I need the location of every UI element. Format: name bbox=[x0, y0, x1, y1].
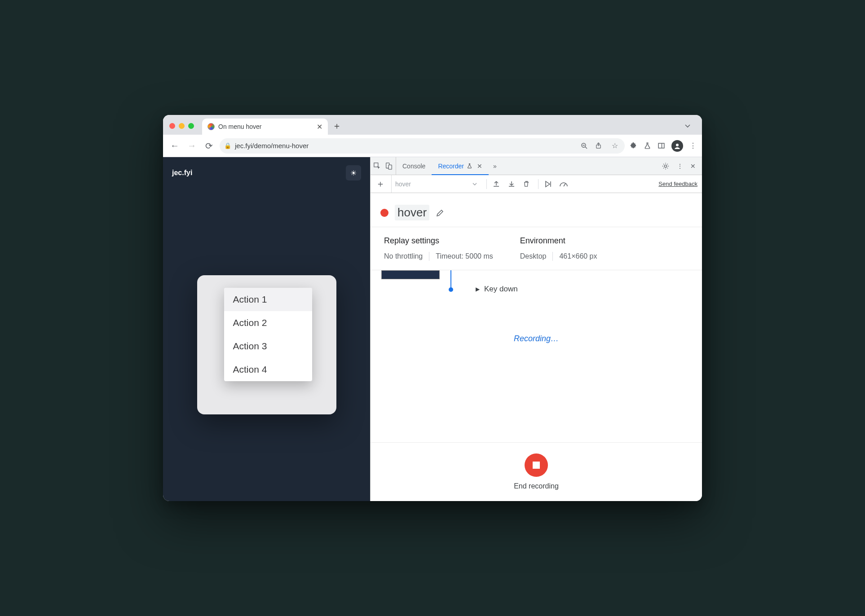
close-window-icon[interactable] bbox=[169, 123, 175, 129]
recording-title-row: hover bbox=[371, 193, 702, 227]
environment-heading: Environment bbox=[520, 236, 597, 246]
menu-item-2[interactable]: Action 2 bbox=[224, 311, 312, 334]
step-row[interactable]: ▶ Key down bbox=[476, 285, 691, 294]
import-icon[interactable] bbox=[508, 180, 517, 188]
reload-button[interactable]: ⟳ bbox=[203, 141, 215, 151]
tab-close-icon[interactable]: ✕ bbox=[317, 123, 322, 131]
svg-point-6 bbox=[676, 144, 679, 146]
performance-icon[interactable] bbox=[559, 180, 569, 188]
recorder-toolbar: ＋ hover bbox=[371, 175, 702, 193]
browser-window: On menu hover ✕ ＋ ← → ⟳ 🔒 jec.fyi/demo/m… bbox=[163, 115, 702, 501]
env-device: Desktop bbox=[520, 252, 547, 260]
new-recording-button[interactable]: ＋ bbox=[375, 178, 386, 190]
webpage-viewport: jec.fyi ☀ Hover over me! Action 1 Action… bbox=[163, 157, 370, 501]
share-icon[interactable] bbox=[595, 142, 606, 149]
devtools-tabbar: Console Recorder ✕ » ⋮ ✕ bbox=[371, 157, 702, 175]
delete-icon[interactable] bbox=[523, 180, 533, 188]
menu-item-1[interactable]: Action 1 bbox=[224, 288, 312, 311]
labs-flask-icon[interactable] bbox=[644, 142, 651, 150]
chrome-menu-icon[interactable]: ⋮ bbox=[689, 141, 697, 150]
export-icon[interactable] bbox=[492, 180, 502, 188]
tab-favicon-icon bbox=[207, 123, 215, 130]
step-label: Key down bbox=[484, 285, 518, 294]
inspect-element-icon[interactable] bbox=[373, 162, 381, 170]
steps-list: ▶ Key down Recording… bbox=[371, 270, 702, 442]
devtools-panel: Console Recorder ✕ » ⋮ ✕ bbox=[370, 157, 702, 501]
menu-item-3[interactable]: Action 3 bbox=[224, 334, 312, 358]
timeout-value[interactable]: Timeout: 5000 ms bbox=[436, 252, 493, 260]
tabs-dropdown-icon[interactable] bbox=[684, 122, 691, 129]
flow-select[interactable]: hover bbox=[391, 175, 481, 193]
tab-recorder[interactable]: Recorder ✕ bbox=[432, 157, 489, 175]
step-thumbnail bbox=[381, 270, 440, 279]
hover-menu: Action 1 Action 2 Action 3 Action 4 bbox=[224, 288, 312, 381]
theme-toggle-button[interactable]: ☀ bbox=[346, 165, 361, 180]
devtools-menu-icon[interactable]: ⋮ bbox=[677, 163, 683, 170]
send-feedback-link[interactable]: Send feedback bbox=[658, 180, 697, 187]
end-recording-label: End recording bbox=[514, 482, 559, 490]
close-tab-icon[interactable]: ✕ bbox=[477, 163, 482, 170]
hover-card[interactable]: Hover over me! Action 1 Action 2 Action … bbox=[197, 275, 336, 414]
chevron-down-icon bbox=[472, 181, 477, 187]
svg-line-1 bbox=[585, 147, 587, 149]
settings-gear-icon[interactable] bbox=[662, 162, 670, 170]
edit-name-icon[interactable] bbox=[436, 208, 445, 217]
extensions-puzzle-icon[interactable] bbox=[629, 142, 637, 150]
menu-item-4[interactable]: Action 4 bbox=[224, 358, 312, 381]
side-panel-icon[interactable] bbox=[658, 142, 665, 150]
flask-icon bbox=[467, 163, 472, 169]
recording-status: Recording… bbox=[381, 334, 691, 343]
new-tab-button[interactable]: ＋ bbox=[332, 120, 341, 132]
tab-title: On menu hover bbox=[218, 123, 313, 130]
svg-rect-9 bbox=[388, 165, 392, 169]
step-connector bbox=[450, 270, 451, 290]
device-toggle-icon[interactable] bbox=[385, 162, 393, 170]
minimize-window-icon[interactable] bbox=[179, 123, 185, 129]
site-title: jec.fyi bbox=[172, 169, 192, 177]
svg-rect-4 bbox=[658, 143, 664, 148]
extension-icons: ⋮ bbox=[629, 140, 697, 152]
close-devtools-icon[interactable]: ✕ bbox=[690, 163, 696, 170]
tab-console[interactable]: Console bbox=[396, 157, 432, 175]
replay-icon[interactable] bbox=[544, 180, 554, 188]
tab-strip: On menu hover ✕ ＋ bbox=[163, 115, 702, 135]
end-recording-button[interactable] bbox=[525, 453, 548, 477]
more-tabs-icon[interactable]: » bbox=[489, 157, 501, 175]
lock-icon: 🔒 bbox=[224, 142, 231, 149]
back-button[interactable]: ← bbox=[168, 141, 181, 151]
content-area: jec.fyi ☀ Hover over me! Action 1 Action… bbox=[163, 157, 702, 501]
bookmark-icon[interactable]: ☆ bbox=[609, 141, 620, 150]
url-text: jec.fyi/demo/menu-hover bbox=[235, 142, 577, 150]
recorder-footer: End recording bbox=[371, 442, 702, 501]
stop-icon bbox=[533, 462, 540, 469]
svg-point-10 bbox=[664, 165, 666, 167]
replay-settings-heading: Replay settings bbox=[384, 236, 493, 246]
forward-button[interactable]: → bbox=[185, 141, 198, 151]
address-bar[interactable]: 🔒 jec.fyi/demo/menu-hover ☆ bbox=[220, 138, 625, 154]
browser-tab[interactable]: On menu hover ✕ bbox=[202, 119, 328, 135]
sun-icon: ☀ bbox=[350, 169, 357, 177]
record-indicator-icon bbox=[380, 209, 388, 217]
svg-line-12 bbox=[564, 184, 565, 186]
zoom-out-icon[interactable] bbox=[581, 142, 591, 150]
throttling-value[interactable]: No throttling bbox=[384, 252, 423, 260]
toolbar: ← → ⟳ 🔒 jec.fyi/demo/menu-hover ☆ bbox=[163, 135, 702, 157]
env-dimensions: 461×660 px bbox=[559, 252, 597, 260]
recording-name[interactable]: hover bbox=[395, 205, 429, 220]
window-controls bbox=[169, 123, 194, 129]
profile-avatar-icon[interactable] bbox=[671, 140, 683, 152]
recorder-settings: Replay settings No throttling Timeout: 5… bbox=[371, 227, 702, 270]
maximize-window-icon[interactable] bbox=[188, 123, 194, 129]
expand-triangle-icon[interactable]: ▶ bbox=[476, 286, 480, 292]
